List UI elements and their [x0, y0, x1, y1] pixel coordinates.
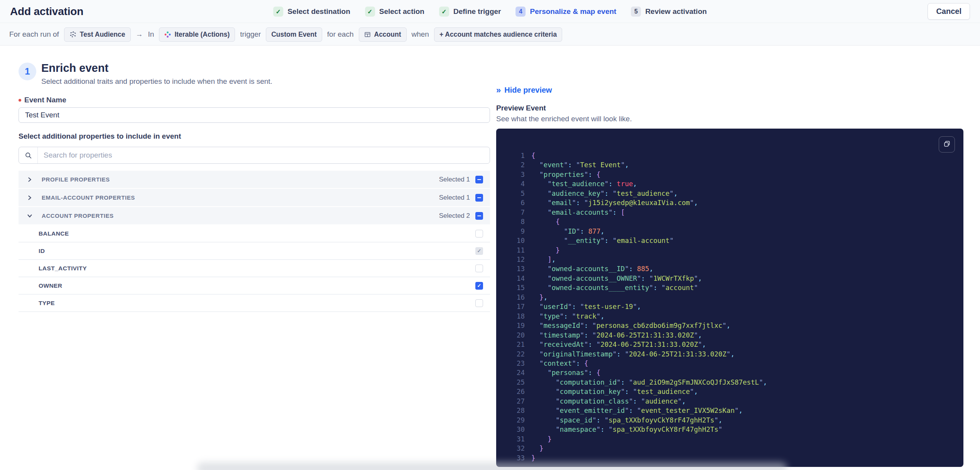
- copy-button[interactable]: [939, 136, 955, 153]
- code-line: 29 "space_id": "spa_tXXbfoyvCkY8rF47ghH2…: [514, 416, 953, 425]
- line-number: 6: [514, 198, 525, 207]
- destination-chip[interactable]: Iterable (Actions): [159, 27, 235, 42]
- line-number: 24: [514, 368, 525, 377]
- line-number: 25: [514, 378, 525, 387]
- context-trigger-label: trigger: [240, 30, 261, 39]
- checkbox-last_activity[interactable]: [475, 265, 483, 272]
- section-step-number: 1: [19, 63, 36, 80]
- code-line: 5 "audience_key": "test_audience",: [514, 189, 953, 198]
- destination-chip-label: Iterable (Actions): [174, 31, 230, 39]
- group-label: ACCOUNT PROPERTIES: [42, 212, 114, 219]
- code-line: 32 }: [514, 444, 953, 453]
- line-number: 33: [514, 453, 525, 463]
- line-number: 16: [514, 293, 525, 302]
- code-line: 21 "receivedAt": "2024-06-25T21:31:33.02…: [514, 340, 953, 349]
- code-line: 18 "type": "track",: [514, 312, 953, 321]
- footer-shadow: [197, 462, 787, 470]
- code-line: 14 "owned-accounts__OWNER": "1WCWrTXfkp"…: [514, 274, 953, 283]
- code-line: 27 "computation_class": "audience",: [514, 397, 953, 406]
- property-label: OWNER: [39, 282, 62, 289]
- audience-chip-label: Test Audience: [80, 31, 125, 39]
- code-line: 33}: [514, 453, 953, 463]
- chevron-down-icon: [27, 214, 32, 218]
- top-bar: Add activation ✓Select destination✓Selec…: [0, 0, 980, 23]
- check-icon: ✓: [439, 7, 449, 17]
- line-number: 2: [514, 160, 525, 170]
- properties-section-label: Select additional properties to include …: [19, 132, 490, 141]
- preview-code-block: 1{2 "event": "Test Event",3 "properties"…: [496, 129, 963, 467]
- code-line: 20 "timestamp": "2024-06-25T21:31:33.020…: [514, 331, 953, 340]
- event-name-input[interactable]: [19, 107, 490, 123]
- preview-title: Preview Event: [496, 104, 963, 112]
- step-label: Define trigger: [453, 7, 501, 16]
- criteria-chip[interactable]: + Account matches audience criteria: [434, 27, 562, 42]
- line-number: 9: [514, 227, 525, 236]
- code-line: 26 "computation_key": "test_audience",: [514, 387, 953, 396]
- line-number: 18: [514, 312, 525, 321]
- step-select-destination[interactable]: ✓Select destination: [273, 7, 350, 17]
- entity-chip[interactable]: Account: [359, 27, 407, 42]
- account-properties-list: BALANCEID✓LAST_ACTIVITYOWNER✓TYPE: [19, 225, 490, 312]
- line-number: 14: [514, 274, 525, 283]
- step-select-action[interactable]: ✓Select action: [365, 7, 424, 17]
- code-line: 13 "owned-accounts__ID": 885,: [514, 264, 953, 273]
- hide-preview-link[interactable]: » Hide preview: [496, 86, 552, 95]
- enrich-event-section: 1 Enrich event Select additional traits …: [19, 46, 490, 312]
- group-checkbox-account[interactable]: [475, 212, 483, 220]
- audience-icon: [69, 31, 76, 38]
- line-number: 21: [514, 340, 525, 349]
- line-number: 10: [514, 236, 525, 245]
- line-number: 8: [514, 217, 525, 226]
- event-chip-label: Custom Event: [271, 31, 317, 39]
- checkbox-balance[interactable]: [475, 230, 483, 238]
- selected-count: Selected 2: [439, 212, 470, 220]
- property-row-owner[interactable]: OWNER✓: [19, 277, 490, 295]
- step-personalize-map-event[interactable]: 4Personalize & map event: [516, 7, 617, 17]
- checkbox-owner[interactable]: ✓: [475, 282, 483, 290]
- code-line: 22 "originalTimestamp": "2024-06-25T21:3…: [514, 350, 953, 359]
- property-label: BALANCE: [39, 230, 69, 237]
- audience-chip[interactable]: Test Audience: [64, 27, 131, 42]
- code-line: 28 "event_emitter_id": "event_tester_IVX…: [514, 406, 953, 415]
- event-chip[interactable]: Custom Event: [266, 27, 322, 42]
- line-number: 5: [514, 189, 525, 198]
- property-label: LAST_ACTIVITY: [39, 265, 87, 272]
- group-checkbox-email-account[interactable]: [475, 194, 483, 202]
- property-row-last_activity[interactable]: LAST_ACTIVITY: [19, 260, 490, 277]
- line-number: 32: [514, 444, 525, 453]
- property-row-balance[interactable]: BALANCE: [19, 225, 490, 243]
- code-line: 9 "ID": 877,: [514, 227, 953, 236]
- arrow-icon: →: [136, 30, 143, 39]
- step-label: Review activation: [645, 7, 706, 16]
- iterable-logo-icon: [164, 31, 171, 38]
- checkbox-id[interactable]: ✓: [475, 247, 483, 255]
- step-review-activation[interactable]: 5Review activation: [631, 7, 706, 17]
- copy-icon: [943, 140, 951, 149]
- group-checkbox-profile[interactable]: [475, 176, 483, 183]
- cancel-button[interactable]: Cancel: [928, 3, 970, 20]
- group-email-account-properties[interactable]: EMAIL-ACCOUNT PROPERTIES Selected 1: [19, 189, 490, 206]
- context-when-label: when: [412, 30, 429, 39]
- search-icon: [19, 147, 38, 163]
- code-line: 19 "messageId": "personas_cb6zdbo6im9g7x…: [514, 321, 953, 330]
- line-number: 22: [514, 350, 525, 359]
- search-input[interactable]: [38, 147, 490, 163]
- line-number: 26: [514, 387, 525, 396]
- code-line: 7 "email-accounts": [: [514, 208, 953, 217]
- line-number: 19: [514, 321, 525, 330]
- property-row-type[interactable]: TYPE: [19, 295, 490, 312]
- property-row-id[interactable]: ID✓: [19, 243, 490, 260]
- line-number: 20: [514, 331, 525, 340]
- chevron-right-icon: [27, 177, 32, 182]
- checkbox-type[interactable]: [475, 299, 483, 307]
- group-account-properties[interactable]: ACCOUNT PROPERTIES Selected 2: [19, 207, 490, 224]
- enrich-header: 1 Enrich event Select additional traits …: [19, 62, 490, 86]
- required-dot-icon: [19, 99, 21, 102]
- line-number: 12: [514, 255, 525, 264]
- step-define-trigger[interactable]: ✓Define trigger: [439, 7, 501, 17]
- code-line: 25 "computation_id": "aud_2iO9m2gSFmJNXC…: [514, 378, 953, 387]
- group-profile-properties[interactable]: PROFILE PROPERTIES Selected 1: [19, 171, 490, 188]
- code-lines: 1{2 "event": "Test Event",3 "properties"…: [514, 151, 953, 463]
- progress-steps: ✓Select destination✓Select action✓Define…: [273, 0, 707, 23]
- line-number: 15: [514, 283, 525, 292]
